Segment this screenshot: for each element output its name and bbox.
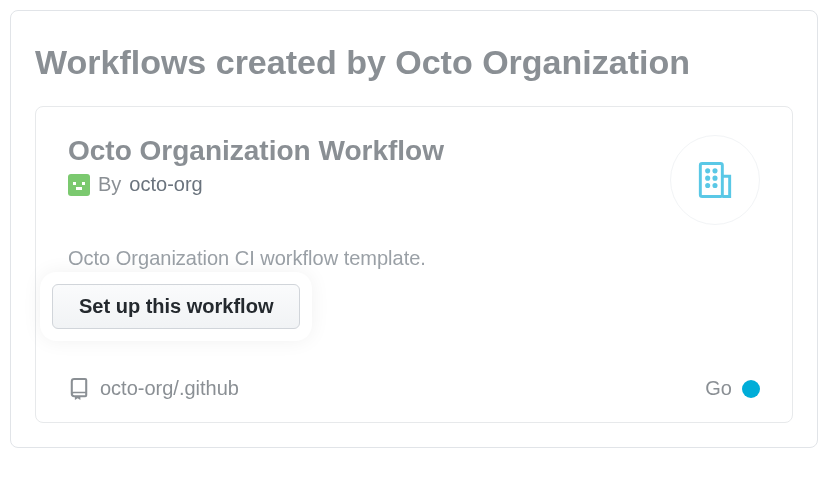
workflow-byline: By octo-org xyxy=(68,173,444,196)
repo-link[interactable]: octo-org/.github xyxy=(68,377,239,400)
setup-workflow-button[interactable]: Set up this workflow xyxy=(52,284,300,329)
organization-icon xyxy=(693,158,737,202)
language-indicator: Go xyxy=(705,377,760,400)
svg-point-9 xyxy=(707,184,709,186)
repo-icon xyxy=(68,378,90,400)
svg-rect-4 xyxy=(700,164,722,197)
workflows-panel: Workflows created by Octo Organization O… xyxy=(10,10,818,448)
svg-rect-1 xyxy=(73,182,76,185)
svg-rect-2 xyxy=(82,182,85,185)
owner-avatar-icon xyxy=(68,174,90,196)
language-color-dot xyxy=(742,380,760,398)
repo-path: octo-org/.github xyxy=(100,377,239,400)
workflow-title: Octo Organization Workflow xyxy=(68,135,444,167)
workflow-category-icon xyxy=(670,135,760,225)
svg-rect-3 xyxy=(76,187,82,190)
card-header: Octo Organization Workflow By octo-org xyxy=(68,135,760,225)
card-footer: octo-org/.github Go xyxy=(68,377,760,400)
svg-point-10 xyxy=(714,184,716,186)
language-name: Go xyxy=(705,377,732,400)
card-heading-group: Octo Organization Workflow By octo-org xyxy=(68,135,444,196)
workflow-description: Octo Organization CI workflow template. xyxy=(68,247,760,270)
svg-point-8 xyxy=(714,177,716,179)
svg-point-6 xyxy=(714,170,716,172)
section-title: Workflows created by Octo Organization xyxy=(35,43,793,82)
workflow-card: Octo Organization Workflow By octo-org xyxy=(35,106,793,423)
owner-link[interactable]: octo-org xyxy=(129,173,202,196)
svg-point-7 xyxy=(707,177,709,179)
svg-point-5 xyxy=(707,170,709,172)
by-prefix: By xyxy=(98,173,121,196)
